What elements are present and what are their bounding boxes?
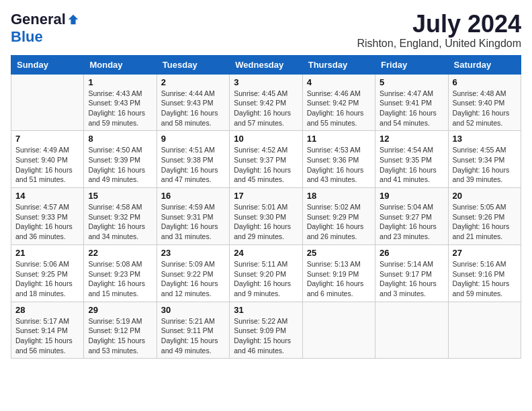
day-info: Sunrise: 5:09 AM Sunset: 9:22 PM Dayligh… xyxy=(161,259,225,299)
calendar-cell: 23Sunrise: 5:09 AM Sunset: 9:22 PM Dayli… xyxy=(157,244,229,302)
calendar-body: 1Sunrise: 4:43 AM Sunset: 9:43 PM Daylig… xyxy=(11,74,521,359)
calendar-cell xyxy=(375,302,448,359)
day-number: 13 xyxy=(453,134,517,144)
day-info: Sunrise: 4:45 AM Sunset: 9:42 PM Dayligh… xyxy=(234,89,298,128)
day-number: 27 xyxy=(453,248,517,258)
logo-icon xyxy=(67,13,79,26)
logo-blue: Blue xyxy=(11,28,43,45)
calendar-cell: 13Sunrise: 4:55 AM Sunset: 9:34 PM Dayli… xyxy=(448,131,521,188)
day-number: 2 xyxy=(161,77,225,87)
calendar-cell: 3Sunrise: 4:45 AM Sunset: 9:42 PM Daylig… xyxy=(230,74,302,131)
day-info: Sunrise: 4:53 AM Sunset: 9:36 PM Dayligh… xyxy=(307,145,371,185)
day-info: Sunrise: 5:16 AM Sunset: 9:16 PM Dayligh… xyxy=(453,259,517,299)
day-info: Sunrise: 4:48 AM Sunset: 9:40 PM Dayligh… xyxy=(453,89,517,128)
day-info: Sunrise: 4:49 AM Sunset: 9:40 PM Dayligh… xyxy=(15,145,79,185)
page-header: General Blue July 2024 Rishton, England,… xyxy=(11,11,521,50)
day-number: 6 xyxy=(453,77,517,87)
weekday-header-tuesday: Tuesday xyxy=(157,55,229,74)
day-number: 3 xyxy=(234,77,298,87)
day-info: Sunrise: 4:50 AM Sunset: 9:39 PM Dayligh… xyxy=(88,145,152,185)
day-number: 1 xyxy=(88,77,152,87)
day-number: 8 xyxy=(88,134,152,144)
calendar-cell: 6Sunrise: 4:48 AM Sunset: 9:40 PM Daylig… xyxy=(448,74,521,131)
weekday-header-friday: Friday xyxy=(375,55,448,74)
day-number: 22 xyxy=(88,248,152,258)
day-info: Sunrise: 4:57 AM Sunset: 9:33 PM Dayligh… xyxy=(15,202,79,242)
day-number: 4 xyxy=(307,77,371,87)
day-number: 5 xyxy=(380,77,443,87)
day-info: Sunrise: 5:01 AM Sunset: 9:30 PM Dayligh… xyxy=(234,202,298,242)
day-info: Sunrise: 4:59 AM Sunset: 9:31 PM Dayligh… xyxy=(161,202,225,242)
calendar-cell: 24Sunrise: 5:11 AM Sunset: 9:20 PM Dayli… xyxy=(230,244,302,302)
calendar-cell: 10Sunrise: 4:52 AM Sunset: 9:37 PM Dayli… xyxy=(230,131,302,188)
day-info: Sunrise: 5:02 AM Sunset: 9:29 PM Dayligh… xyxy=(307,202,371,242)
day-number: 21 xyxy=(15,248,79,258)
month-year-title: July 2024 xyxy=(357,11,521,38)
weekday-header-thursday: Thursday xyxy=(302,55,375,74)
weekday-header-wednesday: Wednesday xyxy=(230,55,302,74)
day-info: Sunrise: 4:47 AM Sunset: 9:41 PM Dayligh… xyxy=(380,89,443,128)
calendar-cell: 9Sunrise: 4:51 AM Sunset: 9:38 PM Daylig… xyxy=(157,131,229,188)
day-number: 14 xyxy=(15,191,79,201)
calendar-cell: 7Sunrise: 4:49 AM Sunset: 9:40 PM Daylig… xyxy=(11,131,84,188)
day-info: Sunrise: 5:08 AM Sunset: 9:23 PM Dayligh… xyxy=(88,259,152,299)
calendar-cell: 29Sunrise: 5:19 AM Sunset: 9:12 PM Dayli… xyxy=(84,302,157,359)
calendar-cell: 27Sunrise: 5:16 AM Sunset: 9:16 PM Dayli… xyxy=(448,244,521,302)
weekday-header-saturday: Saturday xyxy=(448,55,521,74)
calendar-cell: 8Sunrise: 4:50 AM Sunset: 9:39 PM Daylig… xyxy=(84,131,157,188)
day-info: Sunrise: 5:22 AM Sunset: 9:09 PM Dayligh… xyxy=(234,316,298,356)
day-number: 31 xyxy=(234,305,298,315)
day-number: 20 xyxy=(453,191,517,201)
weekday-header-sunday: Sunday xyxy=(11,55,84,74)
day-info: Sunrise: 5:11 AM Sunset: 9:20 PM Dayligh… xyxy=(234,259,298,299)
day-number: 25 xyxy=(307,248,371,258)
day-number: 26 xyxy=(380,248,443,258)
day-info: Sunrise: 4:51 AM Sunset: 9:38 PM Dayligh… xyxy=(161,145,225,185)
day-info: Sunrise: 4:43 AM Sunset: 9:43 PM Dayligh… xyxy=(88,89,152,128)
day-number: 12 xyxy=(380,134,443,144)
calendar-cell: 28Sunrise: 5:17 AM Sunset: 9:14 PM Dayli… xyxy=(11,302,84,359)
calendar-cell: 1Sunrise: 4:43 AM Sunset: 9:43 PM Daylig… xyxy=(84,74,157,131)
day-info: Sunrise: 4:55 AM Sunset: 9:34 PM Dayligh… xyxy=(453,145,517,185)
day-info: Sunrise: 4:44 AM Sunset: 9:43 PM Dayligh… xyxy=(161,89,225,128)
day-info: Sunrise: 4:46 AM Sunset: 9:42 PM Dayligh… xyxy=(307,89,371,128)
calendar-cell: 11Sunrise: 4:53 AM Sunset: 9:36 PM Dayli… xyxy=(302,131,375,188)
day-number: 11 xyxy=(307,134,371,144)
calendar-cell: 22Sunrise: 5:08 AM Sunset: 9:23 PM Dayli… xyxy=(84,244,157,302)
day-number: 29 xyxy=(88,305,152,315)
day-info: Sunrise: 5:06 AM Sunset: 9:25 PM Dayligh… xyxy=(15,259,79,299)
calendar-week-row: 28Sunrise: 5:17 AM Sunset: 9:14 PM Dayli… xyxy=(11,302,521,359)
calendar-header: SundayMondayTuesdayWednesdayThursdayFrid… xyxy=(11,55,521,74)
calendar-cell: 14Sunrise: 4:57 AM Sunset: 9:33 PM Dayli… xyxy=(11,188,84,245)
day-number: 10 xyxy=(234,134,298,144)
calendar-cell: 12Sunrise: 4:54 AM Sunset: 9:35 PM Dayli… xyxy=(375,131,448,188)
day-info: Sunrise: 5:19 AM Sunset: 9:12 PM Dayligh… xyxy=(88,316,152,356)
day-number: 23 xyxy=(161,248,225,258)
calendar-cell: 4Sunrise: 4:46 AM Sunset: 9:42 PM Daylig… xyxy=(302,74,375,131)
day-number: 9 xyxy=(161,134,225,144)
calendar-week-row: 14Sunrise: 4:57 AM Sunset: 9:33 PM Dayli… xyxy=(11,188,521,245)
weekday-header-row: SundayMondayTuesdayWednesdayThursdayFrid… xyxy=(11,55,521,74)
day-number: 30 xyxy=(161,305,225,315)
calendar-table: SundayMondayTuesdayWednesdayThursdayFrid… xyxy=(11,55,521,359)
calendar-cell: 5Sunrise: 4:47 AM Sunset: 9:41 PM Daylig… xyxy=(375,74,448,131)
day-info: Sunrise: 5:14 AM Sunset: 9:17 PM Dayligh… xyxy=(380,259,443,299)
day-number: 7 xyxy=(15,134,79,144)
logo: General Blue xyxy=(11,11,79,46)
day-number: 24 xyxy=(234,248,298,258)
calendar-cell: 30Sunrise: 5:21 AM Sunset: 9:11 PM Dayli… xyxy=(157,302,229,359)
calendar-cell: 2Sunrise: 4:44 AM Sunset: 9:43 PM Daylig… xyxy=(157,74,229,131)
calendar-cell: 20Sunrise: 5:05 AM Sunset: 9:26 PM Dayli… xyxy=(448,188,521,245)
calendar-cell: 21Sunrise: 5:06 AM Sunset: 9:25 PM Dayli… xyxy=(11,244,84,302)
day-info: Sunrise: 5:05 AM Sunset: 9:26 PM Dayligh… xyxy=(453,202,517,242)
calendar-cell xyxy=(448,302,521,359)
calendar-cell: 15Sunrise: 4:58 AM Sunset: 9:32 PM Dayli… xyxy=(84,188,157,245)
calendar-cell: 19Sunrise: 5:04 AM Sunset: 9:27 PM Dayli… xyxy=(375,188,448,245)
day-info: Sunrise: 5:13 AM Sunset: 9:19 PM Dayligh… xyxy=(307,259,371,299)
day-info: Sunrise: 5:04 AM Sunset: 9:27 PM Dayligh… xyxy=(380,202,443,242)
day-info: Sunrise: 5:17 AM Sunset: 9:14 PM Dayligh… xyxy=(15,316,79,356)
day-number: 15 xyxy=(88,191,152,201)
day-number: 28 xyxy=(15,305,79,315)
day-number: 16 xyxy=(161,191,225,201)
calendar-cell: 16Sunrise: 4:59 AM Sunset: 9:31 PM Dayli… xyxy=(157,188,229,245)
